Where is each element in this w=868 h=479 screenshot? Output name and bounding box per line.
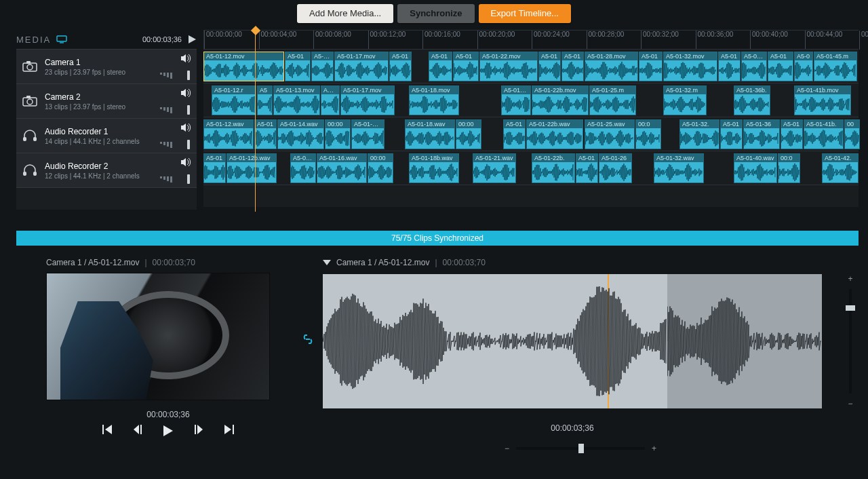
clip[interactable]: A5-01-21.wav: [473, 153, 516, 183]
clip[interactable]: 00:0: [778, 153, 800, 183]
video-preview-frame[interactable]: [46, 273, 270, 400]
clip[interactable]: A5-01-41b.mov: [794, 85, 851, 115]
clip[interactable]: A5-01-12b.wav: [226, 153, 277, 183]
volume-fader[interactable]: [160, 140, 191, 149]
clip[interactable]: A5-01-32.mov: [663, 52, 717, 81]
clip[interactable]: A5-01-12.r: [212, 85, 256, 115]
timeline-lane[interactable]: A5-01-12.movA5-01A5-01-15A5-01-17.movA5-…: [203, 49, 859, 83]
export-timeline-button[interactable]: Export Timeline...: [479, 4, 571, 23]
timeline-lane[interactable]: A5-01-12.rA5A5-01-13.movA5-01A5-01-17.mo…: [203, 83, 859, 117]
zoom-in-icon[interactable]: +: [848, 274, 852, 284]
clip[interactable]: A5-01-25.m: [589, 85, 636, 115]
clip[interactable]: A5-0: [794, 52, 813, 81]
play-button[interactable]: [162, 425, 174, 437]
add-media-button[interactable]: Add More Media...: [297, 4, 393, 23]
clip[interactable]: A5-01-18.mov: [409, 85, 459, 115]
clip[interactable]: A5-01: [254, 119, 277, 149]
clip[interactable]: A5-01-28.mov: [585, 52, 638, 81]
clip[interactable]: A5-01-42.: [822, 153, 859, 183]
clip[interactable]: A5-01-36: [741, 52, 767, 81]
waveform-view-inactive[interactable]: [667, 274, 822, 408]
clip[interactable]: 00: [844, 119, 860, 149]
clip[interactable]: 00:0: [635, 119, 661, 149]
clip[interactable]: A5-01-17b: [351, 119, 384, 149]
vertical-zoom-slider[interactable]: + −: [842, 274, 859, 408]
clip[interactable]: A5-01-36: [743, 119, 780, 149]
clip[interactable]: A5-01-18b.wav: [409, 153, 459, 183]
clip[interactable]: A5-01-32.wav: [654, 153, 704, 183]
clip[interactable]: 00:00: [325, 119, 351, 149]
clip[interactable]: A5-01-14.wav: [277, 119, 324, 149]
clip[interactable]: A5-01-17.mov: [340, 85, 395, 115]
timeline-lane[interactable]: A5-01-12.wavA5-01A5-01-14.wav00:00A5-01-…: [203, 117, 859, 151]
clip[interactable]: 00:00: [456, 119, 481, 149]
playhead[interactable]: [255, 27, 256, 212]
clip[interactable]: A5-01-16.wav: [317, 153, 367, 183]
clip[interactable]: A5-01-26: [599, 153, 632, 183]
track-header-audio-1[interactable]: Audio Recorder 1 14 clips | 44.1 KHz | 2…: [16, 118, 197, 153]
clip[interactable]: A5: [257, 85, 273, 115]
synchronize-button[interactable]: Synchronize: [397, 4, 474, 23]
clip[interactable]: A5-01: [453, 52, 479, 81]
clip[interactable]: A5-01-12.wav: [203, 119, 254, 149]
clip[interactable]: A5-01: [389, 52, 412, 81]
clip[interactable]: A5-01: [203, 153, 226, 183]
clip[interactable]: A5-01: [285, 52, 311, 81]
clip[interactable]: A5-01: [639, 52, 663, 81]
skip-end-button[interactable]: [223, 425, 234, 437]
clip-label: A5-01-17b: [352, 120, 384, 128]
clip[interactable]: A5-01: [718, 52, 741, 81]
clip[interactable]: A5-01-15: [311, 52, 334, 81]
zoom-out-icon[interactable]: −: [505, 444, 509, 453]
chevron-down-icon[interactable]: [323, 259, 331, 266]
horizontal-zoom-slider[interactable]: − +: [505, 444, 656, 453]
volume-fader[interactable]: [160, 71, 191, 79]
play-icon[interactable]: [187, 35, 197, 44]
clip[interactable]: A5-01-12.mov: [203, 52, 284, 81]
clip[interactable]: A5-01-17.mov: [334, 52, 389, 81]
clip[interactable]: A5-01-22b.: [532, 153, 575, 183]
skip-start-button[interactable]: [102, 425, 113, 437]
zoom-out-icon[interactable]: −: [848, 399, 852, 408]
speaker-icon[interactable]: [180, 88, 191, 98]
volume-fader[interactable]: [160, 106, 191, 114]
clip[interactable]: A5-01: [503, 119, 526, 149]
waveform-view-active[interactable]: [323, 274, 667, 408]
clip[interactable]: A5-01-41b.: [804, 119, 844, 149]
clip[interactable]: A5-01-45.m: [814, 52, 857, 81]
clip[interactable]: A5-01-32.m: [663, 85, 707, 115]
clip[interactable]: A5-01: [768, 52, 793, 81]
clip[interactable]: A5-01: [561, 52, 584, 81]
clip[interactable]: A5-01: [429, 52, 452, 81]
clip[interactable]: A5-01: [538, 52, 561, 81]
clip[interactable]: 00:00: [368, 153, 393, 183]
link-icon[interactable]: [301, 332, 315, 346]
clip[interactable]: A5-01-13.mov: [273, 85, 320, 115]
clip[interactable]: A5-01-1: [290, 153, 316, 183]
clip[interactable]: A5-01-40.wav: [734, 153, 777, 183]
clip[interactable]: A5-01-22b.mov: [532, 85, 589, 115]
track-header-audio-2[interactable]: Audio Recorder 2 12 clips | 44.1 KHz | 2…: [16, 153, 197, 187]
track-header-camera-1[interactable]: Camera 1 23 clips | 23.97 fps | stereo: [16, 49, 197, 83]
speaker-icon[interactable]: [180, 123, 191, 132]
clip[interactable]: A5-01: [576, 153, 598, 183]
clip[interactable]: A5-01-18.wav: [405, 119, 455, 149]
volume-fader[interactable]: [160, 175, 191, 183]
clip[interactable]: A5-01-25.wav: [585, 119, 635, 149]
clip[interactable]: A5-01-20: [501, 85, 531, 115]
zoom-in-icon[interactable]: +: [652, 444, 656, 453]
speaker-icon[interactable]: [180, 157, 191, 167]
timeline-lane[interactable]: A5-01A5-01-12b.wavA5-01-1A5-01-16.wav00:…: [203, 151, 859, 185]
clip[interactable]: A5-01-22.mov: [479, 52, 538, 81]
step-fwd-button[interactable]: [193, 425, 204, 437]
clip[interactable]: A5-01: [720, 119, 743, 149]
timeline-ruler[interactable]: 00:00:00;0000:00:04;0000:00:08;0000:00:1…: [203, 30, 859, 50]
clip[interactable]: A5-01: [781, 119, 803, 149]
clip[interactable]: A5-01-22b.wav: [526, 119, 583, 149]
track-header-camera-2[interactable]: Camera 2 13 clips | 23.97 fps | stereo: [16, 83, 197, 118]
clip[interactable]: A5-01: [321, 85, 340, 115]
clip[interactable]: A5-01-36b.: [734, 85, 770, 115]
step-back-button[interactable]: [132, 425, 143, 437]
clip[interactable]: A5-01-32.: [679, 119, 719, 149]
speaker-icon[interactable]: [180, 54, 191, 63]
